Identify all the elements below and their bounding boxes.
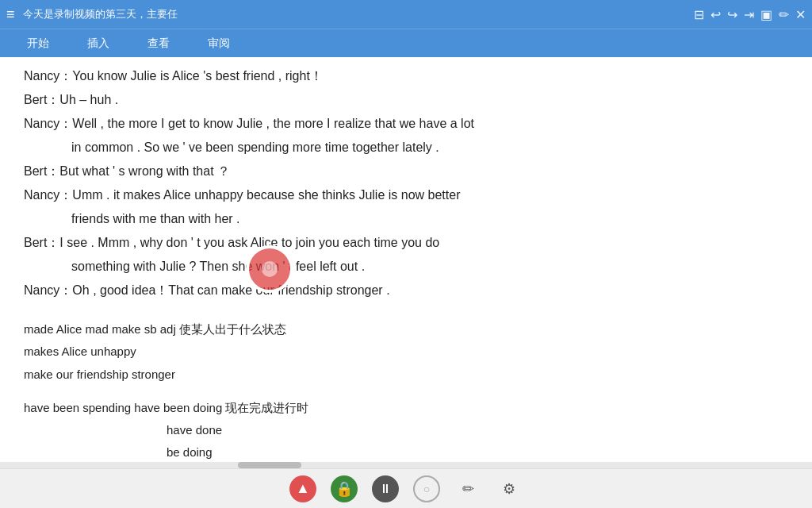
note-2: makes Alice unhappy: [24, 341, 788, 362]
menu-icon[interactable]: ≡: [6, 6, 15, 23]
menu-review[interactable]: 审阅: [189, 33, 249, 54]
note-5: have done: [24, 420, 788, 441]
note-1: made Alice mad make sb adj 使某人出于什么状态: [24, 319, 788, 340]
settings-button[interactable]: ⚙: [496, 475, 523, 502]
red-marker-button[interactable]: ▲: [289, 475, 316, 502]
pause-icon: ⏸: [379, 482, 392, 496]
content-area: Nancy：You know Julie is Alice 's best fr…: [0, 57, 812, 468]
pen-icon: ✏: [462, 480, 474, 498]
window-controls: ⊟ ↩ ↪ ⇥ ▣ ✏ ✕: [694, 7, 806, 22]
circle-icon: ○: [423, 483, 430, 495]
line-6: Bert：I see . Mmm , why don ' t you ask A…: [24, 232, 788, 254]
green-marker-button[interactable]: 🔒: [331, 475, 358, 502]
forward-icon[interactable]: ⇥: [744, 7, 754, 22]
scrollbar-thumb[interactable]: [238, 462, 301, 468]
line-3: Nancy：Well , the more I get to know Juli…: [24, 113, 788, 135]
pause-button[interactable]: ⏸: [372, 475, 399, 502]
menu-bar: 开始 插入 查看 审阅: [0, 29, 812, 57]
menu-insert[interactable]: 插入: [68, 33, 128, 54]
line-1: Nancy：You know Julie is Alice 's best fr…: [24, 65, 788, 87]
line-4: Bert：But what ' s wrong with that ？: [24, 160, 788, 183]
menu-start[interactable]: 开始: [8, 33, 68, 54]
circle-button[interactable]: ○: [413, 475, 440, 502]
line-6b: something with Julie ? Then she won ' t …: [24, 256, 788, 278]
line-5: Nancy：Umm . it makes Alice unhappy becau…: [24, 184, 788, 206]
redo-icon[interactable]: ↪: [727, 7, 737, 22]
line-3b: in common . So we ' ve been spending mor…: [24, 137, 788, 159]
save-icon[interactable]: ⊟: [694, 7, 704, 22]
note-4: have been spending have been doing 现在完成进…: [24, 398, 788, 418]
line-7: Nancy：Oh , good idea！That can make our f…: [24, 279, 788, 302]
edit-icon[interactable]: ✏: [779, 7, 789, 22]
notes-section: made Alice mad make sb adj 使某人出于什么状态 mak…: [24, 319, 788, 468]
line-5b: friends with me than with her .: [24, 208, 788, 230]
text-block: Nancy：You know Julie is Alice 's best fr…: [0, 64, 812, 468]
pen-button[interactable]: ✏: [454, 475, 481, 502]
layout-icon[interactable]: ▣: [760, 7, 772, 22]
gear-icon: ⚙: [503, 480, 515, 498]
undo-icon[interactable]: ↩: [710, 7, 721, 22]
note-3: make our friendship stronger: [24, 364, 788, 385]
bottom-toolbar: ▲ 🔒 ⏸ ○ ✏ ⚙: [0, 468, 812, 508]
window-title: 今天是录制视频的第三天，主要任: [23, 7, 694, 21]
green-marker-icon: 🔒: [335, 480, 353, 498]
title-bar: ≡ 今天是录制视频的第三天，主要任 ⊟ ↩ ↪ ⇥ ▣ ✏ ✕: [0, 0, 812, 29]
menu-view[interactable]: 查看: [128, 33, 189, 54]
note-6: be doing: [24, 442, 788, 463]
close-icon[interactable]: ✕: [795, 7, 806, 22]
scrollbar-track[interactable]: [0, 462, 812, 468]
red-marker-icon: ▲: [296, 480, 310, 497]
line-2: Bert：Uh – huh .: [24, 89, 788, 111]
